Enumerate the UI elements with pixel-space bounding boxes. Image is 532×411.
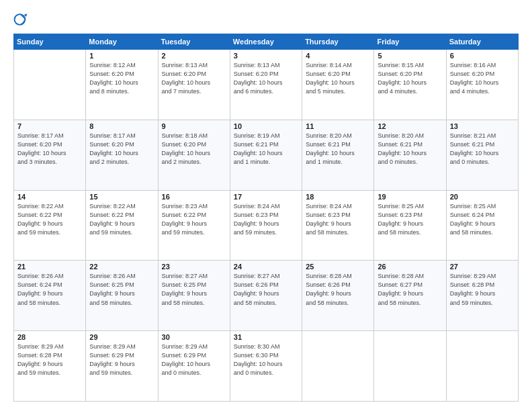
calendar-cell: 6Sunrise: 8:16 AM Sunset: 6:20 PM Daylig…	[446, 50, 518, 120]
calendar-week-1: 1Sunrise: 8:12 AM Sunset: 6:20 PM Daylig…	[14, 50, 519, 120]
day-info: Sunrise: 8:20 AM Sunset: 6:21 PM Dayligh…	[378, 132, 442, 167]
day-number: 6	[450, 52, 515, 60]
calendar-week-3: 14Sunrise: 8:22 AM Sunset: 6:22 PM Dayli…	[14, 190, 519, 261]
day-info: Sunrise: 8:25 AM Sunset: 6:24 PM Dayligh…	[450, 202, 515, 237]
day-info: Sunrise: 8:24 AM Sunset: 6:23 PM Dayligh…	[234, 202, 298, 237]
day-info: Sunrise: 8:16 AM Sunset: 6:20 PM Dayligh…	[450, 61, 515, 96]
day-info: Sunrise: 8:23 AM Sunset: 6:22 PM Dayligh…	[162, 202, 226, 237]
day-info: Sunrise: 8:22 AM Sunset: 6:22 PM Dayligh…	[89, 202, 154, 237]
calendar-cell: 5Sunrise: 8:15 AM Sunset: 6:20 PM Daylig…	[374, 50, 446, 120]
day-info: Sunrise: 8:24 AM Sunset: 6:23 PM Dayligh…	[306, 202, 370, 237]
calendar-cell: 25Sunrise: 8:28 AM Sunset: 6:26 PM Dayli…	[302, 261, 374, 331]
calendar-cell: 11Sunrise: 8:20 AM Sunset: 6:21 PM Dayli…	[302, 120, 374, 190]
calendar-cell: 31Sunrise: 8:30 AM Sunset: 6:30 PM Dayli…	[230, 331, 302, 402]
calendar-cell: 28Sunrise: 8:29 AM Sunset: 6:28 PM Dayli…	[14, 331, 86, 402]
calendar-cell: 2Sunrise: 8:13 AM Sunset: 6:20 PM Daylig…	[158, 50, 230, 120]
calendar-cell: 18Sunrise: 8:24 AM Sunset: 6:23 PM Dayli…	[302, 190, 374, 261]
calendar-cell: 23Sunrise: 8:27 AM Sunset: 6:25 PM Dayli…	[158, 261, 230, 331]
day-number: 13	[450, 122, 515, 130]
day-info: Sunrise: 8:13 AM Sunset: 6:20 PM Dayligh…	[234, 61, 298, 96]
day-info: Sunrise: 8:15 AM Sunset: 6:20 PM Dayligh…	[378, 61, 442, 96]
calendar-cell: 22Sunrise: 8:26 AM Sunset: 6:25 PM Dayli…	[86, 261, 158, 331]
day-info: Sunrise: 8:26 AM Sunset: 6:24 PM Dayligh…	[17, 272, 82, 307]
col-saturday: Saturday	[446, 34, 518, 50]
day-number: 5	[378, 52, 442, 60]
calendar-week-4: 21Sunrise: 8:26 AM Sunset: 6:24 PM Dayli…	[14, 261, 519, 331]
calendar-cell: 30Sunrise: 8:29 AM Sunset: 6:29 PM Dayli…	[158, 331, 230, 402]
day-number: 31	[234, 333, 298, 341]
calendar-cell: 20Sunrise: 8:25 AM Sunset: 6:24 PM Dayli…	[446, 190, 518, 261]
day-info: Sunrise: 8:19 AM Sunset: 6:21 PM Dayligh…	[234, 132, 298, 167]
day-number: 29	[89, 333, 154, 341]
day-number: 16	[162, 193, 226, 201]
calendar-cell: 14Sunrise: 8:22 AM Sunset: 6:22 PM Dayli…	[14, 190, 86, 261]
calendar-cell: 24Sunrise: 8:27 AM Sunset: 6:26 PM Dayli…	[230, 261, 302, 331]
day-number: 23	[162, 263, 226, 271]
calendar-cell: 19Sunrise: 8:25 AM Sunset: 6:23 PM Dayli…	[374, 190, 446, 261]
calendar-cell: 15Sunrise: 8:22 AM Sunset: 6:22 PM Dayli…	[86, 190, 158, 261]
logo	[13, 12, 31, 27]
calendar-cell: 16Sunrise: 8:23 AM Sunset: 6:22 PM Dayli…	[158, 190, 230, 261]
day-number: 9	[162, 122, 226, 130]
calendar-cell: 8Sunrise: 8:17 AM Sunset: 6:20 PM Daylig…	[86, 120, 158, 190]
day-number: 30	[162, 333, 226, 341]
day-info: Sunrise: 8:27 AM Sunset: 6:26 PM Dayligh…	[234, 272, 298, 307]
day-number: 22	[89, 263, 154, 271]
col-monday: Monday	[86, 34, 158, 50]
day-info: Sunrise: 8:14 AM Sunset: 6:20 PM Dayligh…	[306, 61, 370, 96]
day-number: 19	[378, 193, 442, 201]
day-number: 18	[306, 193, 370, 201]
calendar-cell: 7Sunrise: 8:17 AM Sunset: 6:20 PM Daylig…	[14, 120, 86, 190]
day-number: 28	[17, 333, 82, 341]
calendar-cell: 29Sunrise: 8:29 AM Sunset: 6:29 PM Dayli…	[86, 331, 158, 402]
calendar-cell: 1Sunrise: 8:12 AM Sunset: 6:20 PM Daylig…	[86, 50, 158, 120]
calendar-cell	[374, 331, 446, 402]
header	[13, 12, 519, 27]
calendar-cell: 17Sunrise: 8:24 AM Sunset: 6:23 PM Dayli…	[230, 190, 302, 261]
day-number: 27	[450, 263, 515, 271]
day-number: 4	[306, 52, 370, 60]
col-friday: Friday	[374, 34, 446, 50]
day-number: 1	[89, 52, 154, 60]
calendar-cell	[446, 331, 518, 402]
calendar-cell	[302, 331, 374, 402]
day-info: Sunrise: 8:17 AM Sunset: 6:20 PM Dayligh…	[17, 132, 82, 167]
day-number: 10	[234, 122, 298, 130]
day-info: Sunrise: 8:28 AM Sunset: 6:26 PM Dayligh…	[306, 272, 370, 307]
day-number: 15	[89, 193, 154, 201]
day-number: 3	[234, 52, 298, 60]
day-number: 20	[450, 193, 515, 201]
day-number: 17	[234, 193, 298, 201]
calendar-cell: 27Sunrise: 8:29 AM Sunset: 6:28 PM Dayli…	[446, 261, 518, 331]
day-info: Sunrise: 8:13 AM Sunset: 6:20 PM Dayligh…	[162, 61, 226, 96]
col-wednesday: Wednesday	[230, 34, 302, 50]
calendar-cell: 3Sunrise: 8:13 AM Sunset: 6:20 PM Daylig…	[230, 50, 302, 120]
day-number: 24	[234, 263, 298, 271]
day-number: 14	[17, 193, 82, 201]
day-info: Sunrise: 8:29 AM Sunset: 6:29 PM Dayligh…	[89, 342, 154, 377]
day-info: Sunrise: 8:27 AM Sunset: 6:25 PM Dayligh…	[162, 272, 226, 307]
day-info: Sunrise: 8:30 AM Sunset: 6:30 PM Dayligh…	[234, 342, 298, 377]
day-number: 11	[306, 122, 370, 130]
day-info: Sunrise: 8:29 AM Sunset: 6:29 PM Dayligh…	[162, 342, 226, 377]
calendar-week-2: 7Sunrise: 8:17 AM Sunset: 6:20 PM Daylig…	[14, 120, 519, 190]
calendar-cell: 12Sunrise: 8:20 AM Sunset: 6:21 PM Dayli…	[374, 120, 446, 190]
col-tuesday: Tuesday	[158, 34, 230, 50]
day-number: 26	[378, 263, 442, 271]
day-info: Sunrise: 8:21 AM Sunset: 6:21 PM Dayligh…	[450, 132, 515, 167]
calendar-cell: 4Sunrise: 8:14 AM Sunset: 6:20 PM Daylig…	[302, 50, 374, 120]
calendar-cell: 10Sunrise: 8:19 AM Sunset: 6:21 PM Dayli…	[230, 120, 302, 190]
calendar-cell	[14, 50, 86, 120]
col-thursday: Thursday	[302, 34, 374, 50]
day-number: 12	[378, 122, 442, 130]
svg-point-0	[15, 14, 26, 25]
logo-icon	[13, 12, 28, 27]
calendar-header-row: Sunday Monday Tuesday Wednesday Thursday…	[14, 34, 519, 50]
calendar-cell: 9Sunrise: 8:18 AM Sunset: 6:20 PM Daylig…	[158, 120, 230, 190]
day-info: Sunrise: 8:22 AM Sunset: 6:22 PM Dayligh…	[17, 202, 82, 237]
day-info: Sunrise: 8:28 AM Sunset: 6:27 PM Dayligh…	[378, 272, 442, 307]
calendar-cell: 21Sunrise: 8:26 AM Sunset: 6:24 PM Dayli…	[14, 261, 86, 331]
day-number: 25	[306, 263, 370, 271]
day-info: Sunrise: 8:18 AM Sunset: 6:20 PM Dayligh…	[162, 132, 226, 167]
day-info: Sunrise: 8:25 AM Sunset: 6:23 PM Dayligh…	[378, 202, 442, 237]
